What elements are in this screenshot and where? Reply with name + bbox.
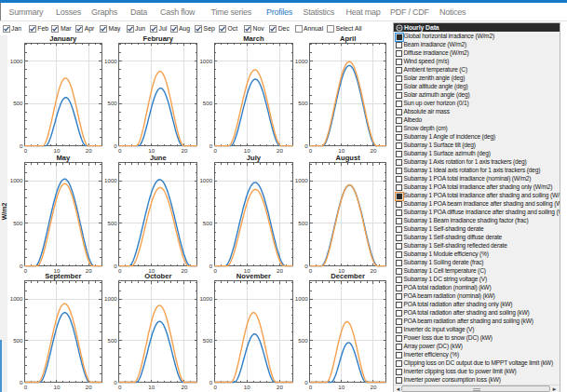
svg-text:0: 0 (209, 379, 213, 385)
svg-text:500: 500 (203, 337, 213, 344)
svg-text:20: 20 (181, 147, 187, 154)
svg-text:500: 500 (298, 220, 308, 226)
svg-text:500: 500 (107, 337, 117, 344)
svg-text:1000: 1000 (10, 58, 23, 64)
svg-text:10: 10 (338, 147, 344, 154)
svg-text:20: 20 (370, 384, 376, 390)
svg-text:20: 20 (277, 267, 283, 274)
svg-text:April: April (340, 35, 356, 43)
svg-text:0: 0 (213, 147, 217, 154)
svg-text:0: 0 (209, 142, 213, 149)
svg-text:0: 0 (118, 267, 122, 274)
svg-text:0: 0 (118, 384, 122, 390)
svg-text:500: 500 (13, 337, 23, 344)
svg-text:1000: 1000 (10, 177, 23, 183)
svg-text:1000: 1000 (10, 295, 23, 302)
svg-text:0: 0 (24, 147, 28, 154)
svg-text:0: 0 (309, 147, 313, 154)
svg-text:1000: 1000 (199, 295, 212, 302)
svg-text:November: November (236, 272, 271, 280)
svg-text:0: 0 (20, 142, 23, 149)
svg-text:0: 0 (20, 379, 23, 385)
svg-text:20: 20 (181, 267, 187, 274)
svg-text:0: 0 (114, 142, 117, 149)
svg-text:0: 0 (304, 263, 308, 269)
svg-text:0: 0 (309, 384, 313, 390)
svg-text:500: 500 (298, 337, 308, 344)
svg-text:0: 0 (304, 379, 308, 385)
svg-text:March: March (243, 35, 264, 43)
svg-text:0: 0 (118, 147, 122, 154)
svg-text:0: 0 (20, 263, 23, 269)
svg-text:September: September (45, 272, 81, 280)
svg-text:500: 500 (107, 100, 117, 106)
svg-text:January: January (49, 35, 77, 43)
svg-text:10: 10 (244, 384, 250, 390)
svg-text:10: 10 (53, 384, 60, 390)
svg-text:500: 500 (203, 100, 213, 106)
svg-text:20: 20 (277, 384, 283, 390)
svg-text:0: 0 (114, 263, 117, 269)
svg-text:June: June (150, 154, 167, 162)
svg-text:10: 10 (148, 147, 155, 154)
svg-text:1000: 1000 (104, 295, 117, 302)
svg-text:20: 20 (86, 267, 92, 274)
svg-text:500: 500 (13, 220, 23, 226)
svg-text:0: 0 (213, 267, 217, 274)
svg-text:1000: 1000 (295, 58, 308, 64)
svg-text:1000: 1000 (295, 177, 308, 183)
svg-text:0: 0 (309, 267, 313, 274)
svg-text:20: 20 (86, 384, 92, 390)
svg-text:May: May (56, 154, 71, 162)
svg-text:500: 500 (203, 220, 213, 226)
svg-text:10: 10 (244, 147, 250, 154)
svg-text:0: 0 (304, 142, 308, 149)
svg-text:20: 20 (370, 267, 376, 274)
svg-text:0: 0 (209, 263, 213, 269)
svg-text:20: 20 (86, 147, 92, 154)
svg-text:August: August (336, 154, 361, 162)
svg-text:0: 0 (24, 384, 28, 390)
svg-text:10: 10 (148, 384, 155, 390)
svg-text:0: 0 (114, 379, 117, 385)
svg-text:July: July (247, 154, 262, 162)
svg-text:December: December (331, 272, 365, 280)
svg-text:1000: 1000 (295, 295, 308, 302)
svg-text:500: 500 (107, 220, 117, 226)
svg-text:0: 0 (213, 384, 217, 390)
svg-text:500: 500 (298, 100, 308, 106)
svg-text:10: 10 (53, 147, 60, 154)
svg-text:20: 20 (181, 384, 187, 390)
svg-text:0: 0 (24, 267, 28, 274)
svg-text:W/m2: W/m2 (1, 203, 7, 221)
svg-text:20: 20 (370, 147, 376, 154)
svg-text:1000: 1000 (199, 58, 212, 64)
svg-text:20: 20 (277, 147, 283, 154)
svg-text:1000: 1000 (104, 177, 117, 183)
svg-text:October: October (144, 272, 171, 280)
svg-text:1000: 1000 (104, 58, 117, 64)
svg-text:500: 500 (13, 100, 23, 106)
svg-text:February: February (143, 35, 174, 43)
svg-text:1000: 1000 (199, 177, 212, 183)
svg-text:10: 10 (338, 384, 344, 390)
